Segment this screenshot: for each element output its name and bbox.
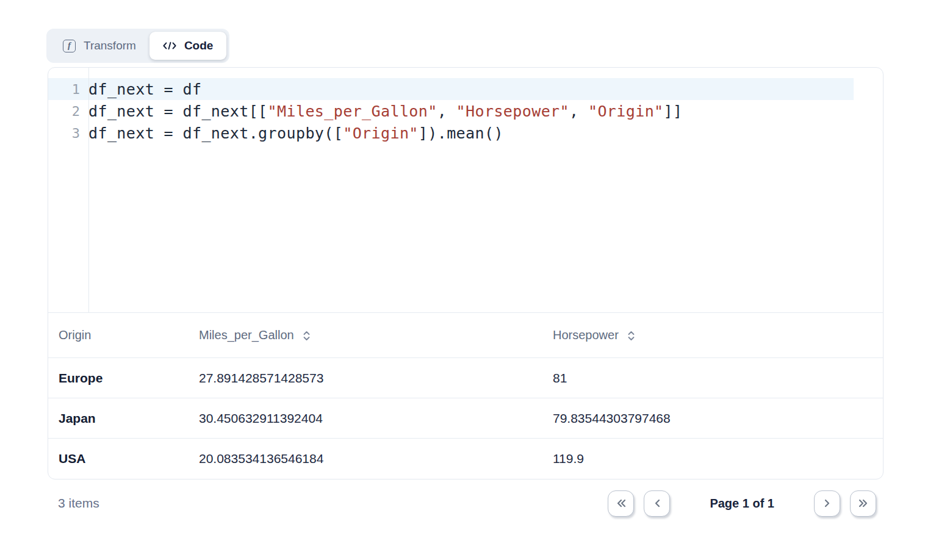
column-header-miles_per_gallon[interactable]: Miles_per_Gallon	[199, 328, 553, 342]
cell-miles-per-gallon: 20.083534136546184	[199, 451, 553, 466]
code-segment: df_next = df_next[[	[88, 102, 268, 120]
line-number: 3	[48, 126, 88, 141]
column-header-label: Origin	[59, 328, 91, 342]
tab-code[interactable]: Code	[149, 32, 227, 60]
column-header-label: Horsepower	[553, 328, 619, 342]
column-header-label: Miles_per_Gallon	[199, 328, 294, 342]
cell-miles-per-gallon: 27.891428571428573	[199, 371, 553, 386]
chevron-right-icon	[824, 498, 831, 508]
items-count: 3 items	[48, 496, 99, 511]
cell-origin: USA	[48, 451, 199, 466]
code-panel: 1df_next = df2df_next = df_next[["Miles_…	[48, 67, 884, 479]
pagination: Page 1 of 1	[608, 490, 876, 517]
last-page-button[interactable]	[850, 490, 876, 517]
code-segment: df_next = df	[88, 81, 201, 98]
cell-horsepower: 79.83544303797468	[553, 411, 883, 426]
tab-transform-label: Transform	[84, 39, 136, 52]
cell-horsepower: 81	[553, 371, 883, 386]
tab-code-label: Code	[184, 39, 214, 52]
code-segment: "Origin"	[588, 102, 664, 120]
function-icon: f	[63, 40, 76, 52]
page-indicator: Page 1 of 1	[710, 497, 774, 511]
code-icon	[163, 40, 176, 51]
result-table: OriginMiles_per_GallonHorsepower Europe2…	[48, 313, 883, 479]
code-segment: "Miles_per_Gallon"	[268, 102, 437, 120]
code-line[interactable]: 1df_next = df	[48, 78, 854, 100]
code-segment: df_next = df_next.groupby([	[88, 124, 343, 142]
column-header-horsepower[interactable]: Horsepower	[553, 328, 883, 342]
code-text: df_next = df_next.groupby(["Origin"]).me…	[88, 124, 503, 142]
code-text: df_next = df	[88, 81, 201, 98]
code-segment: "Origin"	[343, 124, 419, 142]
code-editor[interactable]: 1df_next = df2df_next = df_next[["Miles_…	[48, 68, 883, 313]
column-header-origin: Origin	[48, 328, 199, 342]
double-chevron-right-icon	[858, 498, 869, 508]
code-segment: ,	[437, 102, 456, 120]
table-row: Japan30.45063291139240479.83544303797468	[48, 398, 883, 439]
double-chevron-left-icon	[616, 498, 627, 508]
cell-origin: Europe	[48, 371, 199, 386]
code-line[interactable]: 2df_next = df_next[["Miles_per_Gallon", …	[48, 100, 854, 122]
table-row: USA20.083534136546184119.9	[48, 439, 883, 479]
chevron-left-icon	[653, 498, 661, 508]
cell-miles-per-gallon: 30.450632911392404	[199, 411, 553, 426]
code-segment: "Horsepower"	[456, 102, 569, 120]
gutter-divider	[88, 68, 89, 312]
code-segment: ]]	[664, 102, 683, 120]
sort-icon[interactable]	[627, 331, 635, 341]
table-body: Europe27.89142857142857381Japan30.450632…	[48, 358, 883, 479]
tab-transform[interactable]: f Transform	[49, 32, 149, 60]
line-number: 1	[48, 82, 88, 97]
table-row: Europe27.89142857142857381	[48, 358, 883, 398]
code-segment: ]).mean()	[419, 124, 503, 142]
cell-horsepower: 119.9	[553, 451, 883, 466]
code-segment: ,	[569, 102, 588, 120]
code-line[interactable]: 3df_next = df_next.groupby(["Origin"]).m…	[48, 122, 854, 144]
line-number: 2	[48, 104, 88, 119]
prev-page-button[interactable]	[644, 490, 670, 517]
code-text: df_next = df_next[["Miles_per_Gallon", "…	[88, 102, 682, 120]
view-toggle-tabs: f Transform Code	[46, 29, 229, 63]
next-page-button[interactable]	[814, 490, 840, 517]
table-footer: 3 items Page 1 of 1	[48, 489, 876, 518]
first-page-button[interactable]	[608, 490, 634, 517]
table-header-row: OriginMiles_per_GallonHorsepower	[48, 313, 883, 358]
sort-icon[interactable]	[303, 331, 311, 341]
cell-origin: Japan	[48, 411, 199, 426]
